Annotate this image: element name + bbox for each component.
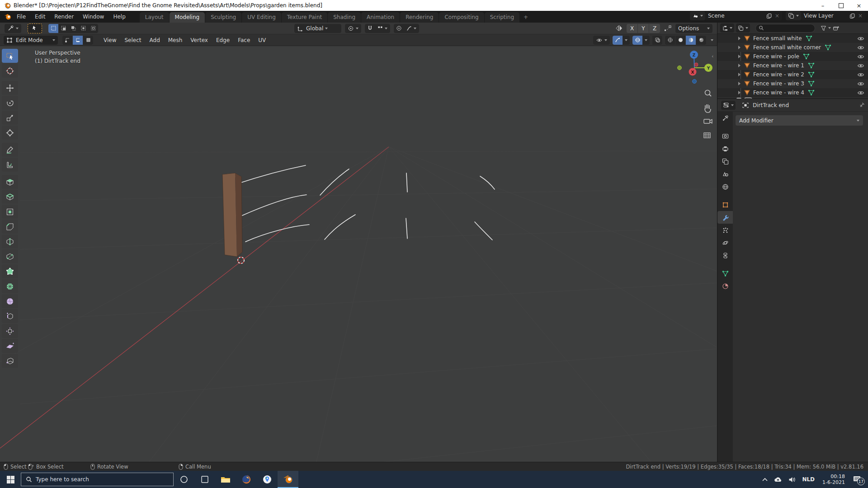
language-indicator[interactable]: NLD	[802, 476, 815, 483]
new-view-layer-icon[interactable]	[849, 13, 855, 19]
select-box-tool[interactable]	[2, 49, 18, 63]
3d-viewport-canvas[interactable]	[0, 46, 717, 462]
xray-toggle[interactable]	[652, 36, 662, 45]
menu-edge[interactable]: Edge	[212, 35, 234, 45]
vertex-select-button[interactable]	[62, 36, 72, 45]
outliner-row-fence-wire-pole[interactable]: Fence wire - pole	[717, 52, 868, 61]
snap-base-icon[interactable]	[664, 25, 672, 32]
solid-shading-button[interactable]	[675, 36, 685, 45]
maximize-button[interactable]	[832, 0, 850, 11]
scene-name-field[interactable]: Scene ×	[705, 11, 782, 20]
tab-shading[interactable]: Shading	[328, 12, 361, 23]
outliner-row-fence-small-white-corner[interactable]: Fence small white corner	[717, 43, 868, 52]
wireframe-shading-button[interactable]	[665, 36, 675, 45]
start-button[interactable]	[0, 471, 21, 488]
menu-edit[interactable]: Edit	[31, 12, 49, 22]
new-collection-icon[interactable]	[833, 25, 840, 31]
select-set-button[interactable]	[48, 24, 58, 33]
add-cube-tool[interactable]	[2, 175, 18, 189]
snap-with-dropdown[interactable]	[375, 24, 390, 33]
expand-arrow-icon[interactable]	[738, 82, 741, 85]
expand-arrow-icon[interactable]	[738, 55, 741, 58]
blender-taskbar-button[interactable]	[278, 471, 298, 488]
volume-icon[interactable]	[788, 477, 796, 483]
view-layer-browse-button[interactable]	[786, 11, 801, 20]
overlays-dropdown[interactable]	[642, 36, 650, 45]
tab-constraints[interactable]	[717, 249, 733, 262]
tab-particles[interactable]	[717, 224, 733, 236]
visibility-eye-icon[interactable]	[857, 54, 864, 59]
outliner-row-fence-wire-3[interactable]: Fence wire - wire 3	[717, 79, 868, 88]
shear-tool[interactable]	[2, 339, 18, 353]
outliner-display-mode-dropdown[interactable]	[736, 23, 750, 33]
remove-view-layer-icon[interactable]: ×	[858, 13, 863, 19]
cursor-tool[interactable]	[2, 64, 18, 78]
cortana-button[interactable]	[174, 471, 194, 488]
view-layer-name-field[interactable]: View Layer ×	[801, 11, 865, 20]
pan-control[interactable]	[705, 104, 711, 113]
menu-select[interactable]: Select	[120, 35, 145, 45]
sidebar-expand-arrow[interactable]: ‹	[712, 53, 713, 59]
menu-file[interactable]: File	[13, 12, 30, 22]
extrude-region-tool[interactable]	[2, 190, 18, 204]
select-intersect-button[interactable]	[88, 24, 98, 33]
new-scene-icon[interactable]	[766, 13, 772, 19]
menu-face[interactable]: Face	[234, 35, 254, 45]
show-overlays-toggle[interactable]	[632, 36, 642, 45]
tab-animation[interactable]: Animation	[361, 12, 400, 23]
navigation-gizmo[interactable]: Z Y X	[673, 50, 716, 88]
file-explorer-button[interactable]	[215, 471, 236, 488]
bevel-tool[interactable]	[2, 220, 18, 234]
tab-layout[interactable]: Layout	[140, 12, 169, 23]
mirror-y-button[interactable]: Y	[638, 24, 649, 33]
outliner-row-fence-wire-1[interactable]: Fence wire - wire 1	[717, 61, 868, 70]
blender-app-menu-icon[interactable]	[4, 13, 12, 20]
mode-dropdown[interactable]: Edit Mode	[4, 36, 58, 45]
visibility-eye-icon[interactable]	[857, 63, 864, 68]
spin-tool[interactable]	[2, 279, 18, 293]
tray-expand-chevron[interactable]	[762, 478, 768, 481]
tab-modifiers[interactable]	[717, 211, 733, 224]
mirror-z-button[interactable]: Z	[649, 24, 660, 33]
tool-settings-dropdown[interactable]	[5, 24, 21, 33]
outliner-filter-dropdown[interactable]	[821, 25, 831, 31]
tab-object-data[interactable]	[717, 267, 733, 280]
gizmo-x-neg[interactable]	[694, 63, 698, 66]
tab-sculpting[interactable]: Sculpting	[205, 12, 241, 23]
menu-mesh[interactable]: Mesh	[164, 35, 187, 45]
outliner-row-fence-wire-2[interactable]: Fence wire - wire 2	[717, 70, 868, 79]
menu-view[interactable]: View	[99, 35, 120, 45]
expand-arrow-icon[interactable]	[738, 64, 741, 67]
tab-texture-paint[interactable]: Texture Paint	[282, 12, 327, 23]
outliner-editor-type-dropdown[interactable]	[720, 23, 734, 33]
poly-build-tool[interactable]	[2, 264, 18, 278]
menu-window[interactable]: Window	[79, 12, 108, 22]
taskbar-clock[interactable]: 00:18 1-6-2021	[822, 474, 845, 485]
onedrive-icon[interactable]	[774, 477, 782, 482]
gizmo-y-neg[interactable]	[678, 66, 682, 70]
shading-dropdown[interactable]	[711, 39, 713, 41]
move-tool[interactable]	[2, 81, 18, 95]
add-modifier-dropdown[interactable]: Add Modifier	[736, 115, 863, 126]
menu-uv[interactable]: UV	[254, 35, 270, 45]
material-preview-shading-button[interactable]	[686, 36, 696, 45]
3d-viewport[interactable]: User Perspective (1) DirtTrack end	[0, 46, 717, 462]
tab-scene[interactable]	[717, 168, 733, 180]
scene-browse-button[interactable]	[690, 11, 705, 20]
taskbar-search[interactable]: Type here to search	[21, 473, 174, 486]
notification-center-button[interactable]: 17	[853, 475, 862, 483]
visibility-eye-icon[interactable]	[857, 72, 864, 77]
tab-compositing[interactable]: Compositing	[439, 12, 484, 23]
visibility-eye-icon[interactable]	[857, 45, 864, 50]
measure-tool[interactable]	[2, 158, 18, 172]
properties-editor-type-dropdown[interactable]	[721, 101, 736, 110]
select-subtract-button[interactable]	[68, 24, 78, 33]
menu-vertex[interactable]: Vertex	[186, 35, 212, 45]
firefox-button[interactable]	[236, 471, 257, 488]
close-button[interactable]: ×	[850, 0, 868, 11]
tab-object[interactable]	[717, 198, 733, 211]
object-visibility-dropdown[interactable]	[593, 36, 610, 45]
camera-view-control[interactable]	[704, 119, 712, 123]
expand-arrow-icon[interactable]	[738, 73, 741, 76]
tab-rendering[interactable]: Rendering	[400, 12, 439, 23]
